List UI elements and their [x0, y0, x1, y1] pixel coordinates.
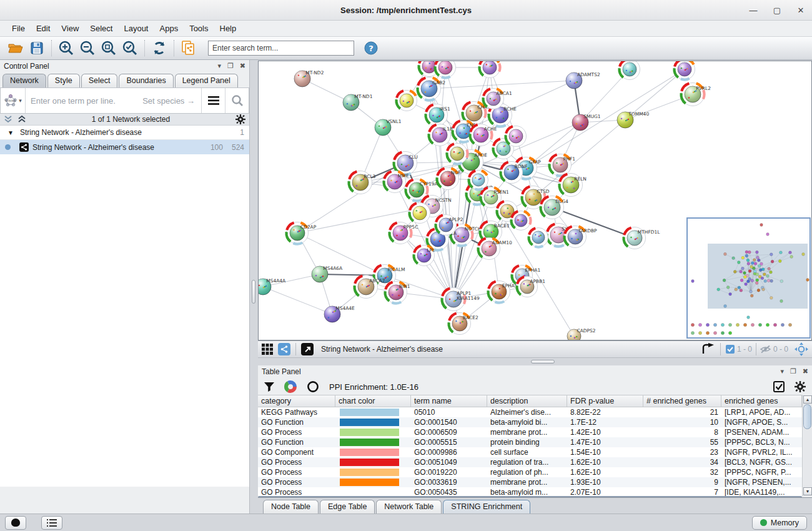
network-view[interactable]: MT-ND2MT-ND1VSNL1GAB2IRS1CHATBCHEABCA1IL… [258, 61, 812, 340]
horizontal-splitter-handle[interactable] [531, 360, 555, 364]
network-node-cd2ap[interactable]: CD2AP [287, 222, 317, 244]
refresh-button[interactable] [149, 39, 170, 57]
zoom-out-button[interactable] [77, 39, 98, 57]
network-node[interactable] [675, 61, 695, 80]
network-node[interactable] [480, 61, 500, 78]
column-header[interactable]: chart color [335, 395, 411, 407]
tab-network[interactable]: Network [2, 74, 46, 87]
column-header[interactable]: enriched genes [721, 395, 802, 407]
vertical-splitter[interactable] [250, 60, 258, 514]
column-header[interactable]: # enriched genes [643, 395, 721, 407]
network-node[interactable] [410, 203, 430, 224]
table-row[interactable]: GO ProcessGO:0050435beta-amyloid m...2.0… [258, 487, 802, 496]
network-node-ppp5c[interactable]: PPP5C [390, 222, 418, 244]
network-node[interactable] [469, 171, 488, 190]
gear-icon[interactable] [795, 381, 806, 392]
string-protein-query-selector[interactable]: STRING ▾ [1, 88, 26, 113]
network-node-bin1[interactable]: BIN1 [385, 282, 410, 304]
menu-help[interactable]: Help [214, 21, 242, 36]
network-node-epha5[interactable]: EPHA5 [488, 281, 518, 303]
network-node-bace2[interactable]: BACE2 [449, 313, 478, 335]
network-node-ngf[interactable]: NGF [437, 168, 461, 190]
network-node-cadps2[interactable]: CADPS2 [567, 328, 596, 340]
automation-button[interactable] [5, 516, 26, 530]
network-node-pvrl2[interactable]: PVRL2 [681, 83, 711, 106]
network-node[interactable] [397, 91, 417, 111]
tab-boundaries[interactable]: Boundaries [119, 74, 173, 87]
close-button[interactable]: ✕ [796, 6, 806, 16]
tab-legend-panel[interactable]: Legend Panel [175, 74, 238, 87]
network-node-aplp1[interactable]: APLP1KIAA1149 [442, 288, 480, 311]
network-node-ms4a6a[interactable]: MS4A6A [312, 266, 343, 282]
maximize-button[interactable]: ▢ [772, 6, 782, 16]
network-row-selected[interactable]: String Network - Alzheimer's disease 100… [0, 140, 249, 154]
memory-button[interactable]: Memory [752, 516, 807, 530]
table-row[interactable]: GO ProcessGO:0051049regulation of tra...… [258, 457, 802, 467]
network-node-ms4a4a[interactable]: MS4A4A [259, 278, 286, 295]
table-row[interactable]: GO FunctionGO:0005515protein binding1.47… [258, 437, 802, 447]
chevron-double-up-icon[interactable] [17, 115, 26, 124]
select-all-check-icon[interactable] [773, 381, 785, 392]
column-header[interactable]: category [258, 395, 335, 407]
network-node-lpl[interactable]: LPL [414, 246, 436, 266]
close-panel-icon[interactable]: ✖ [803, 367, 808, 375]
zoom-fit-button[interactable] [98, 39, 119, 57]
string-query-input[interactable] [26, 88, 201, 113]
scrollbar-thumb[interactable] [803, 404, 811, 429]
network-node[interactable] [512, 211, 531, 231]
column-header[interactable]: term name [411, 395, 487, 407]
network-node-reln[interactable]: RELN [559, 174, 586, 197]
network-node-irs1[interactable]: IRS1 [426, 104, 450, 126]
network-node[interactable] [620, 61, 640, 80]
menu-select[interactable]: Select [84, 21, 118, 36]
network-from-file-button[interactable] [178, 39, 199, 57]
network-node-bcl3[interactable]: BCL3 [349, 171, 375, 194]
table-row[interactable]: GO ProcessGO:0006509membrane prot...1.42… [258, 427, 802, 437]
help-button[interactable]: ? [360, 39, 382, 57]
network-node-adamts2[interactable]: ADAMTS2 [566, 72, 600, 89]
tab-string-enrichment[interactable]: STRING Enrichment [443, 500, 530, 514]
minimize-button[interactable]: — [748, 6, 758, 16]
column-header[interactable]: FDR p-value [567, 395, 643, 407]
scroll-down-icon[interactable]: ▼ [803, 487, 812, 495]
grid-icon[interactable] [262, 344, 273, 355]
panel-menu-icon[interactable]: ▾ [780, 367, 784, 375]
network-node-abca7[interactable]: ABCA7 [354, 275, 385, 299]
circle-chart-icon[interactable] [307, 380, 319, 393]
hidden-eye-icon[interactable] [760, 345, 771, 354]
string-search-button[interactable] [225, 88, 249, 113]
network-node-apbb1[interactable]: APBB1 [517, 277, 546, 297]
expand-triangle-icon[interactable]: ▼ [7, 129, 14, 136]
string-options-button[interactable] [201, 88, 225, 113]
network-edge[interactable] [263, 287, 332, 314]
filter-icon[interactable] [264, 382, 274, 392]
menu-layout[interactable]: Layout [118, 21, 154, 36]
table-row[interactable]: KEGG Pathways05010Alzheimer's dise...8.8… [258, 407, 802, 417]
open-session-button[interactable] [5, 39, 26, 57]
network-collection-row[interactable]: ▼ String Network - Alzheimer's disease 1 [0, 126, 249, 140]
network-node-smug1[interactable]: SMUG1 [572, 114, 601, 131]
tab-node-table[interactable]: Node Table [263, 500, 319, 514]
network-node[interactable] [435, 61, 456, 78]
network-node-il1b[interactable]: IL1B [429, 124, 453, 146]
menu-tools[interactable]: Tools [184, 21, 214, 36]
share-network-button[interactable] [278, 343, 290, 355]
chevron-double-down-icon[interactable] [4, 115, 12, 124]
menu-apps[interactable]: Apps [154, 21, 184, 36]
close-panel-icon[interactable]: ✖ [240, 62, 245, 70]
column-header[interactable]: description [487, 395, 567, 407]
table-row[interactable]: GO ComponentGO:0009986cell surface1.54E-… [258, 447, 802, 457]
zoom-selected-button[interactable] [119, 39, 141, 57]
horizontal-splitter[interactable] [258, 358, 812, 365]
tab-network-table[interactable]: Network Table [376, 500, 442, 514]
gear-icon[interactable] [235, 114, 245, 124]
menu-edit[interactable]: Edit [31, 21, 56, 36]
float-panel-icon[interactable]: ❐ [790, 367, 796, 375]
task-history-button[interactable] [41, 516, 62, 530]
donut-chart-icon[interactable] [284, 380, 297, 393]
network-node-tomm40[interactable]: TOMM40 [617, 111, 649, 128]
network-node[interactable] [529, 228, 548, 247]
panel-menu-icon[interactable]: ▾ [217, 62, 221, 70]
network-node-mthfd1l[interactable]: MTHFD1L [624, 227, 661, 249]
zoom-in-button[interactable] [56, 39, 77, 57]
